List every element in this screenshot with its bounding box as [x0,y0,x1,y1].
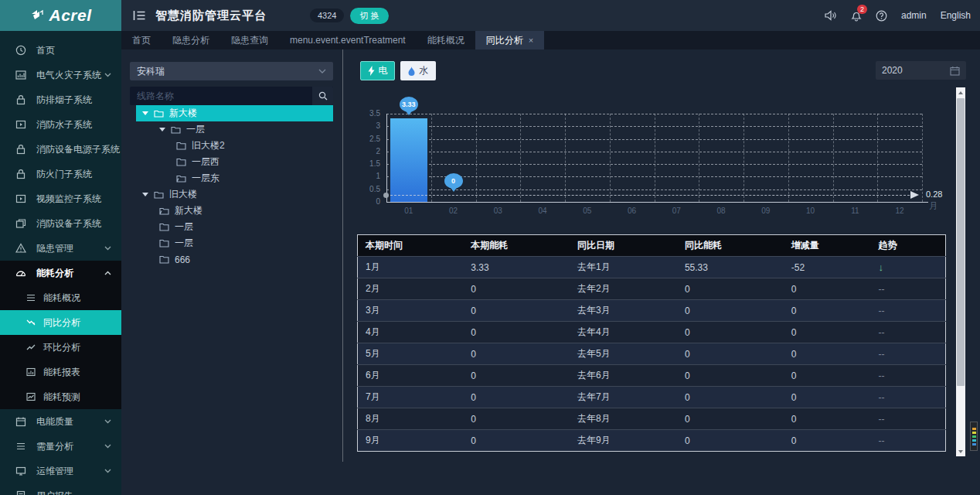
reference-arrow-icon [910,191,919,199]
trend-up-icon [26,343,36,352]
water-toggle-button[interactable]: 水 [400,61,436,80]
page-title: 智慧消防管理云平台 [155,9,267,23]
sidebar-item-user-report[interactable]: 用户报告 [0,483,121,495]
sidebar-item-label: 消防设备电源子系统 [36,143,120,156]
sidebar-item-label: 需量分析 [36,440,73,453]
tree-node[interactable]: 一层 [130,235,333,251]
panel-divider [342,50,343,462]
sidebar-item-fire-equipment[interactable]: 消防设备子系统 [0,211,121,236]
gridline [520,114,521,202]
list-icon [15,441,26,452]
line-chart-icon [26,392,36,401]
x-axis-tick: 05 [565,207,610,215]
sidebar-item-video-monitor[interactable]: 视频监控子系统 [0,186,121,211]
line-search [130,87,333,105]
sidebar-item-home[interactable]: 首页 [0,38,121,63]
col-header: 趋势 [871,235,946,257]
sidebar-subitem-energy-overview[interactable]: 能耗概况 [0,285,121,310]
gridline [386,176,922,177]
tab-home[interactable]: 首页 [121,31,162,50]
language-switcher[interactable]: English [941,10,971,21]
sidebar-item-power-quality[interactable]: 电能质量 [0,409,121,434]
org-select-dropdown[interactable]: 安科瑞 [130,62,333,80]
tree-node[interactable]: 旧大楼2 [130,138,333,154]
tree-node[interactable]: 一层 [130,121,333,138]
sidebar-item-fire-water[interactable]: 消防水子系统 [0,112,121,137]
tree-node[interactable]: 一层西 [130,154,333,170]
search-input[interactable] [130,90,312,101]
tab-bar: 首页 隐患分析 隐患查询 menu.event.eventTreatment 能… [121,31,980,50]
notification-bell[interactable]: 2 [851,10,862,22]
year-picker[interactable]: 2020 [876,61,966,80]
tab-close-icon[interactable]: × [529,36,533,45]
volume-icon[interactable] [825,10,837,21]
minimap-markers [970,422,978,451]
folder-open-icon [176,174,186,183]
expand-arrow-icon[interactable] [142,193,148,196]
folder-icon [176,142,186,150]
gridline [476,114,477,202]
electric-toggle-button[interactable]: 电 [360,61,395,80]
sidebar-item-label: 首页 [36,44,55,57]
table-header-row: 本期时间 本期能耗 同比日期 同比能耗 增减量 趋势 [358,235,946,257]
sidebar-item-hazard-mgmt[interactable]: 隐患管理 [0,236,121,261]
y-axis-tick: 0 [357,197,380,206]
sidebar-item-smoke-control[interactable]: 防排烟子系统 [0,87,121,112]
tab-hazard-query[interactable]: 隐患查询 [220,31,279,50]
tree-node[interactable]: 666 [130,251,333,268]
scrollbar-thumb[interactable] [957,98,965,386]
x-axis-tick: 08 [699,207,744,215]
tab-yoy-analysis[interactable]: 同比分析 × [475,31,544,50]
sidebar-subitem-energy-report[interactable]: 能耗报表 [0,360,121,384]
tree-node[interactable]: 新大楼 [136,105,333,121]
sidebar: Acrel 首页 电气火灾子系统 防排烟子系统 消防水子系统 消防设备电源子系统… [0,0,121,495]
gridline [386,152,922,152]
trend-down-icon [26,318,36,327]
tree-node[interactable]: 旧大楼 [130,186,333,203]
sidebar-item-demand-analysis[interactable]: 需量分析 [0,434,121,459]
scroll-down-button[interactable] [956,446,965,456]
tab-event-treatment[interactable]: menu.event.eventTreatment [279,31,417,50]
lock-icon [15,144,26,155]
y-axis-tick: 1.5 [357,159,380,168]
histogram-icon [15,70,26,80]
sidebar-subitem-energy-forecast[interactable]: 能耗预测 [0,384,121,409]
gridline [699,114,699,202]
tab-energy-overview[interactable]: 能耗概况 [417,31,475,50]
user-menu[interactable]: admin [901,10,927,21]
x-axis [386,202,928,203]
energy-analysis-group: 能耗分析 能耗概况 同比分析 环比分析 能耗报表 能耗预测 [0,261,121,409]
chevron-down-icon [104,246,111,251]
tab-hazard-analysis[interactable]: 隐患分析 [162,31,220,50]
sidebar-subitem-mom-analysis[interactable]: 环比分析 [0,335,121,360]
col-header: 本期能耗 [463,235,570,257]
sidebar-item-label: 用户报告 [36,490,73,495]
clock-icon [15,45,26,56]
folder-open-icon [154,109,164,118]
y-axis-tick: 3.5 [357,109,380,118]
switch-button[interactable]: 切 换 [350,8,388,24]
calendar-icon [15,416,26,427]
sidebar-item-energy-analysis[interactable]: 能耗分析 [0,261,121,285]
tree-node[interactable]: 一层 [130,219,333,235]
search-button[interactable] [312,87,333,105]
gridline [655,114,655,202]
tree-node[interactable]: 新大楼 [130,203,333,219]
sidebar-subitem-yoy-analysis[interactable]: 同比分析 [0,310,121,335]
sidebar-item-label: 消防设备子系统 [36,217,101,230]
scroll-up-button[interactable] [956,87,965,97]
chevron-down-icon [104,419,111,424]
tree-node[interactable]: 一层东 [130,170,333,186]
folder-icon [176,158,186,166]
sidebar-item-fire-door[interactable]: 防火门子系统 [0,162,121,186]
sidebar-item-label: 电能质量 [36,415,73,428]
expand-arrow-icon[interactable] [142,111,148,115]
expand-arrow-icon[interactable] [159,128,165,131]
sidebar-item-electrical-fire[interactable]: 电气火灾子系统 [0,63,121,87]
sidebar-item-equipment-power[interactable]: 消防设备电源子系统 [0,137,121,162]
chevron-down-icon [318,69,326,73]
help-icon[interactable] [876,10,887,22]
content-scrollbar[interactable] [956,87,965,456]
sidebar-item-ops-mgmt[interactable]: 运维管理 [0,459,121,483]
menu-fold-icon[interactable] [133,10,146,21]
